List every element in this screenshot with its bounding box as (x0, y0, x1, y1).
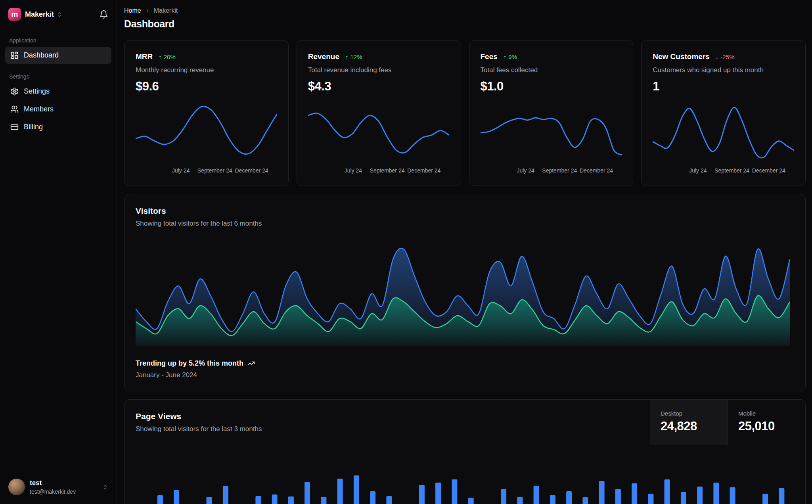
sidebar: m Makerkit Application Dashboard Setting… (0, 0, 117, 504)
sidebar-item-label: Settings (24, 87, 50, 96)
arrow-down-icon: ↓ (716, 54, 719, 60)
stat-value: $1.0 (481, 79, 622, 94)
main-content: Home Makerkit Dashboard MRR ↑20% Monthly… (117, 0, 812, 504)
arrow-up-icon: ↑ (345, 54, 349, 60)
notifications-button[interactable] (99, 10, 108, 19)
stat-change-badge: ↓-25% (716, 54, 735, 60)
sidebar-item-label: Dashboard (24, 51, 59, 59)
stat-value: $9.6 (136, 79, 277, 94)
visitors-period: January - June 2024 (136, 371, 794, 379)
stat-subtitle: Total fees collected (481, 66, 622, 74)
x-axis-labels: July 24 September 24 December 24 (653, 167, 794, 174)
stat-card-new-customers: New Customers ↓-25% Customers who signed… (641, 40, 806, 186)
page-views-bar-chart (136, 455, 790, 504)
bell-icon (99, 10, 108, 19)
stat-subtitle: Total revenue including fees (308, 66, 450, 74)
x-axis-labels: July 24 September 24 December 24 (136, 167, 277, 174)
page-views-card: Page Views Showing total visitors for th… (124, 399, 806, 504)
workspace-selector[interactable]: Makerkit (25, 10, 63, 19)
stat-subtitle: Monthly recurring revenue (136, 66, 277, 74)
workspace-name: Makerkit (25, 10, 54, 19)
page-title: Dashboard (124, 18, 806, 30)
visitors-trend: Trending up by 5.2% this month (136, 359, 794, 368)
chevron-right-icon (145, 8, 150, 13)
stats-row: MRR ↑20% Monthly recurring revenue $9.6 … (124, 40, 806, 186)
sidebar-header: m Makerkit (5, 0, 111, 28)
stat-change-badge: ↑20% (159, 54, 176, 60)
gear-icon (10, 87, 19, 96)
app-logo-letter: m (11, 10, 18, 19)
breadcrumb: Home Makerkit (124, 7, 806, 14)
chevrons-up-down-icon (57, 11, 63, 17)
stat-value: 1 (653, 79, 794, 94)
sidebar-item-members[interactable]: Members (5, 101, 111, 118)
sidebar-item-label: Members (24, 105, 54, 113)
user-email: test@makerkit.dev (30, 489, 76, 495)
stat-title: Revenue (308, 52, 339, 61)
stat-subtitle: Customers who signed up this month (653, 66, 794, 74)
page-views-toggles: Desktop 24,828 Mobile 25,010 (650, 400, 805, 445)
sidebar-item-label: Billing (24, 123, 43, 131)
visitors-subtitle: Showing total visitors for the last 6 mo… (136, 220, 794, 228)
stat-title: MRR (136, 52, 153, 61)
page-views-header: Page Views Showing total visitors for th… (124, 400, 805, 445)
credit-card-icon (10, 123, 19, 131)
avatar (8, 479, 25, 495)
stat-value: $4.3 (308, 79, 450, 94)
fees-line-chart (481, 101, 622, 165)
chevrons-up-down-icon (102, 484, 108, 490)
toggle-value: 25,010 (738, 419, 795, 433)
new-customers-line-chart (653, 101, 794, 165)
arrow-up-icon: ↑ (159, 54, 162, 60)
x-axis-labels: July 24 September 24 December 24 (308, 167, 450, 174)
users-icon (10, 105, 19, 113)
user-meta: test test@makerkit.dev (30, 479, 76, 494)
visitors-area-chart (136, 240, 790, 346)
nav-section-label-application: Application (5, 34, 111, 46)
page-views-title: Page Views (136, 412, 639, 421)
visitors-card: Visitors Showing total visitors for the … (124, 194, 806, 391)
breadcrumb-home[interactable]: Home (124, 7, 141, 14)
stat-card-mrr: MRR ↑20% Monthly recurring revenue $9.6 … (124, 40, 289, 186)
nav-section-label-settings: Settings (5, 70, 111, 82)
visitors-title: Visitors (136, 206, 794, 216)
stat-card-fees: Fees ↑9% Total fees collected $1.0 July … (469, 40, 634, 186)
toggle-value: 24,828 (661, 419, 717, 433)
page-views-titles: Page Views Showing total visitors for th… (124, 400, 650, 445)
stat-change-badge: ↑12% (345, 54, 362, 60)
toggle-desktop[interactable]: Desktop 24,828 (650, 400, 728, 445)
toggle-label: Desktop (661, 410, 717, 417)
sidebar-item-settings[interactable]: Settings (5, 83, 111, 100)
app-root: m Makerkit Application Dashboard Setting… (0, 0, 812, 504)
dashboard-icon (10, 51, 19, 59)
stat-card-revenue: Revenue ↑12% Total revenue including fee… (297, 40, 461, 186)
revenue-line-chart (308, 101, 449, 165)
app-logo[interactable]: m (8, 8, 21, 21)
stat-title: Fees (481, 52, 498, 61)
trending-up-icon (247, 360, 255, 367)
stat-change-badge: ↑9% (504, 54, 517, 60)
mrr-line-chart (136, 101, 277, 165)
sidebar-item-dashboard[interactable]: Dashboard (5, 47, 111, 64)
toggle-mobile[interactable]: Mobile 25,010 (728, 400, 805, 445)
arrow-up-icon: ↑ (504, 54, 507, 60)
sidebar-item-billing[interactable]: Billing (5, 119, 111, 136)
user-name: test (30, 479, 76, 487)
toggle-label: Mobile (738, 410, 795, 417)
user-menu[interactable]: test test@makerkit.dev (5, 473, 111, 504)
page-views-subtitle: Showing total visitors for the last 3 mo… (136, 425, 639, 433)
stat-title: New Customers (653, 52, 710, 61)
breadcrumb-current: Makerkit (154, 7, 178, 14)
x-axis-labels: July 24 September 24 December 24 (481, 167, 622, 174)
